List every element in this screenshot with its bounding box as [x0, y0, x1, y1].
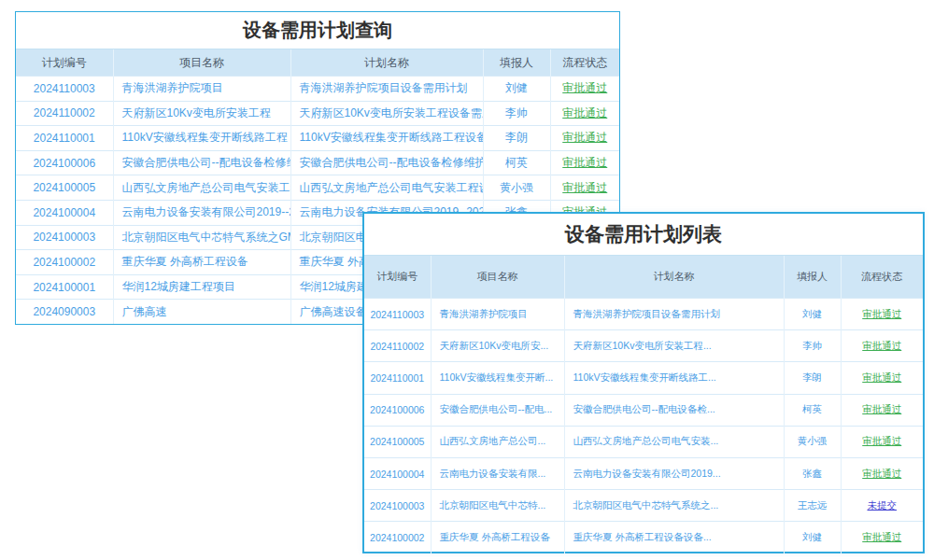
table-header-row: 计划编号项目名称计划名称填报人流程状态 [364, 256, 923, 299]
cell-plan_no: 2024100006 [16, 150, 113, 175]
table-row[interactable]: 2024100005山西弘文房地产总公司电气安装工程山西弘文房地产总公司电气安装… [16, 175, 619, 201]
cell-status: 审批通过 [550, 175, 619, 201]
column-header: 流程状态 [841, 256, 923, 299]
cell-project: 华润12城房建工程项目 [113, 274, 290, 300]
cell-reporter: 柯英 [483, 150, 550, 175]
column-header: 流程状态 [550, 49, 619, 77]
cell-plan_no: 2024110003 [16, 77, 113, 102]
panel-title: 设备需用计划查询 [16, 12, 619, 49]
equipment-plan-list-table: 计划编号项目名称计划名称填报人流程状态 2024110003青海洪湖养护院项目青… [364, 255, 923, 553]
table-row[interactable]: 2024100004云南电力设备安装有限...云南电力设备安装有限公司2019.… [364, 457, 923, 489]
cell-project: 重庆华夏 外高桥工程设备 [113, 250, 290, 275]
cell-project: 青海洪湖养护院项目 [113, 77, 290, 102]
status-link[interactable]: 审批通过 [862, 435, 901, 446]
cell-reporter: 黄小强 [483, 175, 550, 201]
cell-plan_no: 2024100002 [16, 250, 113, 275]
cell-plan_no: 2024100001 [16, 274, 113, 300]
cell-plan_no: 2024110003 [364, 299, 431, 330]
cell-plan_name: 110kV安徽线程集变开断线路工程设备 [290, 126, 483, 151]
status-link[interactable]: 审批通过 [562, 156, 607, 169]
cell-plan_no: 2024100004 [16, 200, 113, 225]
cell-reporter: 李帅 [784, 330, 841, 362]
cell-project: 安徽合肥供电公司--配电设备检修维护 [113, 150, 290, 175]
cell-status: 审批通过 [550, 150, 619, 175]
status-link[interactable]: 审批通过 [562, 181, 607, 194]
table-row[interactable]: 2024100003北京朝阳区电气中芯特...北京朝阳区电气中芯特气系统之...… [364, 490, 923, 522]
cell-plan_no: 2024100005 [16, 175, 113, 201]
cell-status: 审批通过 [841, 394, 923, 426]
cell-plan_no: 2024100004 [364, 457, 431, 489]
cell-status: 审批通过 [841, 362, 923, 394]
status-link[interactable]: 审批通过 [862, 340, 901, 351]
cell-plan_name: 青海洪湖养护院项目设备需用计划 [290, 77, 483, 102]
cell-plan_name: 北京朝阳区电气中芯特气系统之... [564, 490, 784, 522]
table-row[interactable]: 2024110003青海洪湖养护院项目青海洪湖养护院项目设备需用计划刘健审批通过 [364, 299, 923, 330]
cell-plan_name: 安徽合肥供电公司--配电设备检... [564, 394, 784, 426]
status-link[interactable]: 审批通过 [862, 371, 901, 383]
status-link[interactable]: 审批通过 [862, 403, 901, 414]
cell-status: 审批通过 [841, 522, 923, 553]
table-row[interactable]: 2024110001110kV安徽线程集变开断...110kV安徽线程集变开断线… [364, 362, 923, 394]
column-header: 计划编号 [16, 49, 113, 77]
cell-project: 天府新区10Kv变电所安装工程 [113, 101, 290, 126]
table-header-row: 计划编号项目名称计划名称填报人流程状态 [16, 49, 619, 77]
cell-plan_no: 2024100003 [364, 490, 431, 522]
cell-plan_name: 青海洪湖养护院项目设备需用计划 [564, 299, 784, 330]
cell-reporter: 黄小强 [784, 426, 841, 457]
status-link[interactable]: 未提交 [868, 499, 898, 511]
cell-status: 审批通过 [841, 426, 923, 457]
cell-plan_no: 2024100005 [364, 426, 431, 457]
cell-project: 青海洪湖养护院项目 [431, 299, 564, 330]
table-row[interactable]: 2024100006安徽合肥供电公司--配电设备检修维护安徽合肥供电公司--配电… [16, 150, 619, 175]
cell-status: 审批通过 [550, 101, 619, 126]
cell-project: 山西弘文房地产总公司... [431, 426, 564, 457]
column-header: 计划编号 [364, 256, 431, 299]
status-link[interactable]: 审批通过 [862, 308, 901, 319]
cell-project: 安徽合肥供电公司--配电... [431, 394, 564, 426]
cell-project: 110kV安徽线程集变开断线路工程 [113, 126, 290, 151]
cell-reporter: 王志远 [784, 490, 841, 522]
cell-reporter: 刘健 [784, 522, 841, 553]
cell-plan_no: 2024110001 [16, 126, 113, 151]
cell-reporter: 柯英 [784, 394, 841, 426]
cell-plan_no: 2024110002 [16, 101, 113, 126]
status-link[interactable]: 审批通过 [862, 531, 901, 542]
cell-status: 审批通过 [550, 126, 619, 151]
cell-plan_name: 重庆华夏 外高桥工程设备设备... [564, 522, 784, 553]
cell-plan_name: 安徽合肥供电公司--配电设备检修维护 [290, 150, 483, 175]
column-header: 项目名称 [431, 256, 564, 299]
table-row[interactable]: 2024110003青海洪湖养护院项目青海洪湖养护院项目设备需用计划刘健审批通过 [16, 77, 619, 102]
table-row[interactable]: 2024110001110kV安徽线程集变开断线路工程110kV安徽线程集变开断… [16, 126, 619, 151]
table-row[interactable]: 2024100005山西弘文房地产总公司...山西弘文房地产总公司电气安装...… [364, 426, 923, 457]
table-row[interactable]: 2024110002天府新区10Kv变电所安装工程天府新区10Kv变电所安装工程… [16, 101, 619, 126]
status-link[interactable]: 审批通过 [562, 131, 607, 144]
cell-plan_name: 天府新区10Kv变电所安装工程设备需用 [290, 101, 483, 126]
cell-project: 山西弘文房地产总公司电气安装工程 [113, 175, 290, 201]
cell-project: 广佛高速 [113, 300, 290, 325]
cell-plan_name: 110kV安徽线程集变开断线路工... [564, 362, 784, 394]
column-header: 填报人 [784, 256, 841, 299]
table-row[interactable]: 2024100002重庆华夏 外高桥工程设备重庆华夏 外高桥工程设备设备...刘… [364, 522, 923, 553]
cell-reporter: 张鑫 [784, 457, 841, 489]
cell-project: 重庆华夏 外高桥工程设备 [431, 522, 564, 553]
cell-plan_name: 云南电力设备安装有限公司2019... [564, 457, 784, 489]
table-row[interactable]: 2024110002天府新区10Kv变电所安...天府新区10Kv变电所安装工程… [364, 330, 923, 362]
panel-title: 设备需用计划列表 [364, 214, 923, 255]
cell-status: 审批通过 [841, 457, 923, 489]
cell-status: 审批通过 [841, 299, 923, 330]
column-header: 项目名称 [113, 49, 290, 77]
column-header: 计划名称 [564, 256, 784, 299]
cell-plan_name: 天府新区10Kv变电所安装工程... [564, 330, 784, 362]
cell-status: 审批通过 [550, 77, 619, 102]
table-row[interactable]: 2024100006安徽合肥供电公司--配电...安徽合肥供电公司--配电设备检… [364, 394, 923, 426]
cell-reporter: 李帅 [483, 101, 550, 126]
cell-status: 未提交 [841, 490, 923, 522]
status-link[interactable]: 审批通过 [562, 81, 607, 94]
column-header: 填报人 [483, 49, 550, 77]
column-header: 计划名称 [290, 49, 483, 77]
equipment-plan-list-panel: 设备需用计划列表 计划编号项目名称计划名称填报人流程状态 2024110003青… [362, 212, 925, 553]
cell-project: 云南电力设备安装有限公司2019--2 [113, 200, 290, 225]
status-link[interactable]: 审批通过 [562, 106, 607, 119]
cell-plan_name: 山西弘文房地产总公司电气安装工程设 [290, 175, 483, 201]
status-link[interactable]: 审批通过 [862, 468, 901, 479]
